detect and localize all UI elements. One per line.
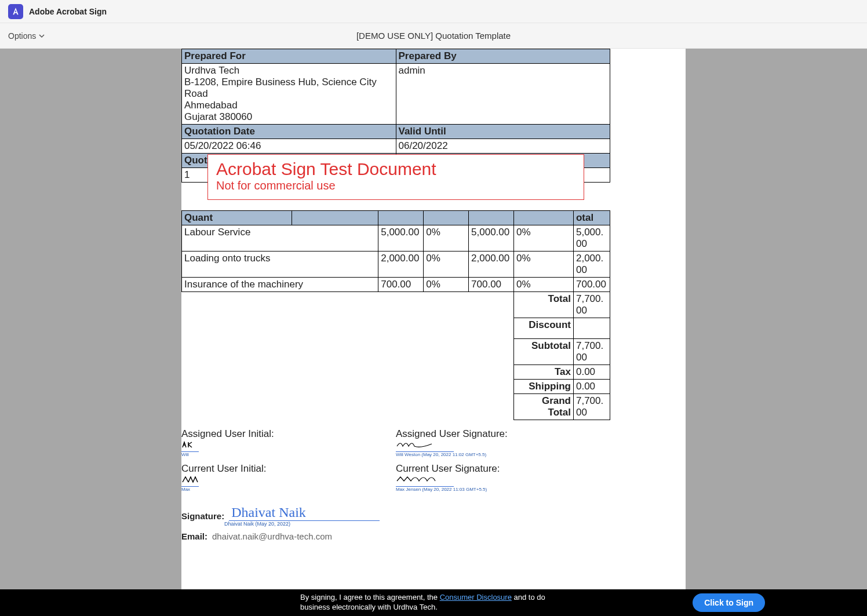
options-menu[interactable]: Options xyxy=(5,29,49,43)
current-initial-image xyxy=(181,475,199,487)
document-viewport[interactable]: Prepared For Prepared By Urdhva Tech B-1… xyxy=(0,49,867,616)
signature-value: Dhaivat Naik xyxy=(229,505,380,521)
line-tax: 0% xyxy=(516,279,531,290)
assigned-signature-caption: Will Weston (May 20, 2022 11:02 GMT+5.5) xyxy=(396,452,610,457)
line-items-table: Quant otal Labour Service 5,000.00 0% 5,… xyxy=(181,210,610,420)
prepared-by-value: admin xyxy=(399,65,425,76)
line-disc: 0% xyxy=(426,253,440,264)
watermark-subtitle: Not for commercial use xyxy=(216,179,575,192)
quote-number-value: 1 xyxy=(184,169,190,180)
line-total: 700.00 xyxy=(576,279,606,290)
titlebar: Adobe Acrobat Sign xyxy=(0,0,867,23)
tax-value: 0.00 xyxy=(576,366,595,377)
grand-total-value: 7,700.00 xyxy=(576,395,603,418)
table-row: Labour Service 5,000.00 0% 5,000.00 0% 5… xyxy=(182,225,610,251)
line-disc: 0% xyxy=(426,279,440,290)
col-total: otal xyxy=(576,212,593,223)
app-logo xyxy=(8,4,23,19)
grand-total-label: Grand Total xyxy=(542,395,571,418)
valid-until-header: Valid Until xyxy=(399,126,446,137)
footer-text-pre: By signing, I agree to this agreement, t… xyxy=(300,593,440,602)
footer-bar: By signing, I agree to this agreement, t… xyxy=(0,589,867,616)
line-desc: Loading onto trucks xyxy=(184,253,270,264)
line-disc: 0% xyxy=(426,227,440,238)
click-to-sign-button[interactable]: Click to Sign xyxy=(693,593,765,612)
line-total: 5,000.00 xyxy=(576,227,603,249)
footer-message: By signing, I agree to this agreement, t… xyxy=(300,593,567,613)
shipping-value: 0.00 xyxy=(576,381,595,392)
valid-until-value: 06/20/2022 xyxy=(399,140,448,151)
line-sub: 2,000.00 xyxy=(471,253,509,264)
line-sub: 700.00 xyxy=(471,279,501,290)
table-row: Insurance of the machinery 700.00 0% 700… xyxy=(182,278,610,292)
prepared-by-header: Prepared By xyxy=(399,50,457,61)
document-title: [DEMO USE ONLY] Quotation Template xyxy=(356,31,511,41)
current-signature-image xyxy=(396,475,454,487)
assigned-signature-image xyxy=(396,440,454,452)
quotation-date-header: Quotation Date xyxy=(184,126,255,137)
current-signature-caption: Max Jensen (May 20, 2022 11:03 GMT+5.5) xyxy=(396,487,610,492)
watermark-banner: Acrobat Sign Test Document Not for comme… xyxy=(207,154,584,200)
prepared-for-value: Urdhva Tech B-1208, Empire Business Hub,… xyxy=(184,65,377,122)
line-sub: 5,000.00 xyxy=(471,227,509,238)
table-row: Loading onto trucks 2,000.00 0% 2,000.00… xyxy=(182,251,610,278)
shipping-label: Shipping xyxy=(529,381,571,392)
assigned-initial-image xyxy=(181,440,199,452)
app-title: Adobe Acrobat Sign xyxy=(29,7,107,16)
line-tax: 0% xyxy=(516,253,531,264)
current-signature-label: Current User Signature: xyxy=(396,463,610,475)
col-quant: Quant xyxy=(184,212,213,223)
current-initial-label: Current User Initial: xyxy=(181,463,396,475)
subtotal-label: Subtotal xyxy=(531,340,571,351)
acrobat-icon xyxy=(11,7,20,16)
subtotal-value: 7,700.00 xyxy=(576,340,603,363)
assigned-initial-caption: Will xyxy=(181,452,396,457)
signature-field[interactable]: Signature: Dhaivat Naik xyxy=(181,505,610,521)
consumer-disclosure-link[interactable]: Consumer Disclosure xyxy=(440,593,512,602)
watermark-title: Acrobat Sign Test Document xyxy=(216,159,575,179)
line-desc: Insurance of the machinery xyxy=(184,279,303,290)
line-desc: Labour Service xyxy=(184,227,250,238)
line-price: 2,000.00 xyxy=(381,253,419,264)
signature-meta: Dhaivat Naik (May 20, 2022) xyxy=(224,521,610,527)
line-tax: 0% xyxy=(516,227,531,238)
total-label: Total xyxy=(548,293,571,304)
quotation-date-value: 05/20/2022 06:46 xyxy=(184,140,261,151)
total-value: 7,700.00 xyxy=(576,293,603,316)
current-initial-caption: Max xyxy=(181,487,396,492)
document-page: Prepared For Prepared By Urdhva Tech B-1… xyxy=(181,49,686,611)
line-price: 700.00 xyxy=(381,279,411,290)
email-label: Email: xyxy=(181,531,207,541)
options-label: Options xyxy=(8,31,36,41)
email-value: dhaivat.naik@urdhva-tech.com xyxy=(212,531,332,541)
line-price: 5,000.00 xyxy=(381,227,419,238)
signature-label: Signature: xyxy=(181,511,224,521)
signature-area: Assigned User Initial: Will Assigned Use… xyxy=(181,428,610,541)
line-total: 2,000.00 xyxy=(576,253,603,275)
toolbar: Options [DEMO USE ONLY] Quotation Templa… xyxy=(0,23,867,49)
assigned-signature-label: Assigned User Signature: xyxy=(396,428,610,440)
tax-label: Tax xyxy=(555,366,571,377)
prepared-for-header: Prepared For xyxy=(184,50,246,61)
discount-label: Discount xyxy=(529,319,571,330)
chevron-down-icon xyxy=(38,32,45,39)
assigned-initial-label: Assigned User Initial: xyxy=(181,428,396,440)
